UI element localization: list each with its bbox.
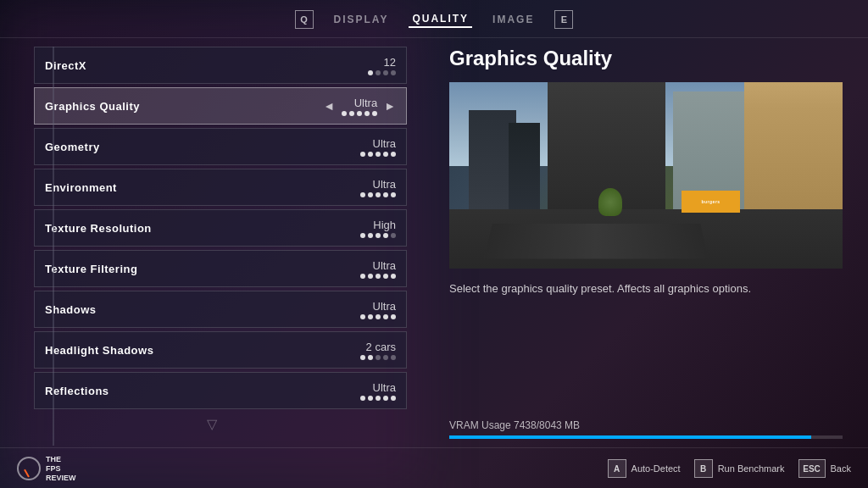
sidebar-line bbox=[53, 47, 54, 446]
setting-row-texture-filtering[interactable]: Texture Filtering Ultra bbox=[34, 250, 407, 287]
vram-bar-fill bbox=[449, 435, 811, 439]
setting-label-directx: DirectX bbox=[45, 59, 86, 72]
control-auto-detect[interactable]: A Auto-Detect bbox=[608, 459, 681, 478]
auto-detect-label: Auto-Detect bbox=[632, 463, 681, 474]
dot bbox=[391, 396, 396, 401]
setting-value-container-shadows: Ultra bbox=[360, 300, 396, 319]
setting-value-container-environment: Ultra bbox=[360, 178, 396, 197]
dot bbox=[368, 314, 373, 319]
dot bbox=[368, 274, 373, 279]
setting-right-texture-resolution: High bbox=[360, 219, 396, 238]
dot bbox=[368, 355, 373, 360]
storefront-text: burgers bbox=[702, 199, 721, 204]
arrow-right-icon[interactable]: ► bbox=[384, 99, 396, 113]
setting-value-container-geometry: Ultra bbox=[360, 137, 396, 157]
dot bbox=[391, 274, 396, 279]
setting-value-reflections: Ultra bbox=[373, 381, 396, 394]
setting-label-environment: Environment bbox=[45, 181, 117, 194]
road bbox=[484, 224, 709, 258]
setting-right-shadows: Ultra bbox=[360, 300, 396, 319]
dot bbox=[376, 152, 381, 157]
setting-dots-texture-resolution bbox=[360, 233, 396, 238]
setting-right-environment: Ultra bbox=[360, 178, 396, 197]
vram-label: VRAM Usage 7438/8043 MB bbox=[449, 419, 843, 431]
setting-row-texture-resolution[interactable]: Texture Resolution High bbox=[34, 209, 407, 247]
dot bbox=[391, 355, 396, 360]
dot bbox=[368, 192, 373, 197]
dot bbox=[360, 152, 365, 157]
setting-label-texture-resolution: Texture Resolution bbox=[45, 222, 152, 235]
tab-quality[interactable]: QUALITY bbox=[409, 11, 472, 28]
dot bbox=[368, 70, 373, 75]
setting-right-directx: 12 bbox=[368, 56, 396, 75]
dot bbox=[360, 355, 365, 360]
dot bbox=[391, 152, 396, 157]
nav-key-q[interactable]: Q bbox=[295, 10, 314, 29]
setting-value-headlight-shadows: 2 cars bbox=[366, 341, 396, 353]
tree bbox=[598, 188, 622, 216]
setting-value-environment: Ultra bbox=[373, 178, 396, 191]
setting-row-geometry[interactable]: Geometry Ultra bbox=[34, 128, 407, 165]
bottom-controls: A Auto-Detect B Run Benchmark ESC Back bbox=[608, 459, 851, 478]
dot bbox=[357, 111, 362, 116]
fps-text-fps: FPS bbox=[46, 464, 76, 474]
building-2 bbox=[509, 123, 540, 213]
setting-dots-environment bbox=[360, 192, 396, 197]
fps-gauge-needle bbox=[24, 469, 30, 478]
settings-list: DirectX 12 bbox=[17, 47, 407, 409]
setting-dots-texture-filtering bbox=[360, 274, 396, 279]
setting-row-shadows[interactable]: Shadows Ultra bbox=[34, 291, 407, 328]
dot bbox=[349, 111, 354, 116]
fps-text-review: REVIEW bbox=[46, 474, 76, 483]
setting-dots-shadows bbox=[360, 314, 396, 319]
dot bbox=[376, 396, 381, 401]
setting-dots-headlight-shadows bbox=[360, 355, 396, 360]
control-back[interactable]: ESC Back bbox=[798, 459, 851, 478]
back-label: Back bbox=[831, 463, 851, 474]
dot bbox=[360, 396, 365, 401]
dot bbox=[368, 233, 373, 238]
setting-right-texture-filtering: Ultra bbox=[360, 259, 396, 279]
tab-display[interactable]: DISPLAY bbox=[331, 12, 392, 27]
setting-row-headlight-shadows[interactable]: Headlight Shadows 2 cars bbox=[34, 331, 407, 369]
setting-row-reflections[interactable]: Reflections Ultra bbox=[34, 372, 407, 409]
vram-bar-background bbox=[449, 435, 843, 439]
dot bbox=[383, 355, 388, 360]
panel-title: Graphics Quality bbox=[449, 47, 843, 70]
left-panel: DirectX 12 bbox=[0, 47, 424, 439]
control-run-benchmark[interactable]: B Run Benchmark bbox=[694, 459, 785, 478]
dot bbox=[376, 274, 381, 279]
setting-dots-reflections bbox=[360, 396, 396, 401]
bottom-bar: THE FPS REVIEW A Auto-Detect B Run Bench… bbox=[0, 447, 868, 488]
setting-right-geometry: Ultra bbox=[360, 137, 396, 157]
dot bbox=[391, 314, 396, 319]
setting-dots-geometry bbox=[360, 152, 396, 157]
arrow-left-icon[interactable]: ◄ bbox=[323, 99, 335, 113]
setting-row-directx[interactable]: DirectX 12 bbox=[34, 47, 407, 84]
fps-text-the: THE bbox=[46, 455, 76, 464]
setting-label-reflections: Reflections bbox=[45, 385, 109, 397]
preview-image: burgers bbox=[449, 82, 843, 269]
setting-value-container-texture-filtering: Ultra bbox=[360, 259, 396, 279]
setting-value-directx: 12 bbox=[384, 56, 396, 69]
setting-value-geometry: Ultra bbox=[373, 137, 396, 150]
dot bbox=[383, 314, 388, 319]
key-b-icon: B bbox=[694, 459, 713, 478]
building-3 bbox=[744, 82, 843, 213]
setting-dots-graphics-quality bbox=[342, 111, 377, 116]
setting-value-container-directx: 12 bbox=[368, 56, 396, 75]
fps-logo: THE FPS REVIEW bbox=[17, 455, 76, 482]
tab-image[interactable]: IMAGE bbox=[489, 12, 537, 27]
dot bbox=[376, 192, 381, 197]
setting-row-graphics-quality[interactable]: Graphics Quality ◄ Ultra bbox=[34, 87, 407, 125]
setting-right-headlight-shadows: 2 cars bbox=[360, 341, 396, 360]
dot bbox=[368, 152, 373, 157]
setting-row-environment[interactable]: Environment Ultra bbox=[34, 169, 407, 206]
dot bbox=[383, 70, 388, 75]
fps-logo-text: THE FPS REVIEW bbox=[46, 455, 76, 482]
nav-key-e[interactable]: E bbox=[554, 10, 573, 29]
dot bbox=[383, 233, 388, 238]
main-container: Q DISPLAY QUALITY IMAGE E DirectX 12 bbox=[0, 0, 868, 488]
dot bbox=[391, 70, 396, 75]
setting-dots-directx bbox=[368, 70, 396, 75]
